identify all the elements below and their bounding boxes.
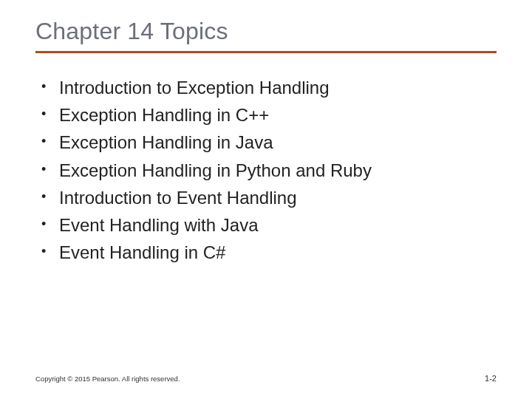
list-item: Introduction to Event Handling bbox=[41, 184, 497, 211]
list-item: Exception Handling in Python and Ruby bbox=[41, 157, 497, 184]
title-underline bbox=[35, 51, 497, 53]
list-item: Exception Handling in Java bbox=[41, 129, 497, 156]
list-item: Event Handling with Java bbox=[41, 211, 497, 239]
slide-title: Chapter 14 Topics bbox=[35, 18, 497, 45]
page-number: 1-2 bbox=[485, 374, 497, 383]
list-item: Event Handling in C# bbox=[41, 239, 497, 266]
copyright-text: Copyright © 2015 Pearson. All rights res… bbox=[35, 375, 180, 383]
topic-list: Introduction to Exception Handling Excep… bbox=[35, 74, 497, 266]
list-item: Introduction to Exception Handling bbox=[41, 74, 497, 101]
slide-footer: Copyright © 2015 Pearson. All rights res… bbox=[35, 374, 497, 383]
slide: Chapter 14 Topics Introduction to Except… bbox=[0, 0, 532, 399]
list-item: Exception Handling in C++ bbox=[41, 101, 497, 129]
